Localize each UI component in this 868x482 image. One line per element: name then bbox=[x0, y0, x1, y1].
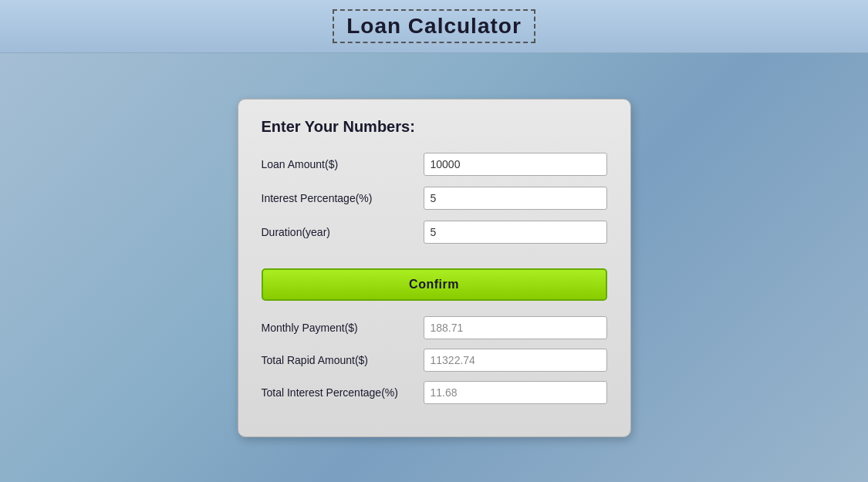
interest-row: Interest Percentage(%) bbox=[262, 187, 607, 210]
total-interest-label: Total Interest Percentage(%) bbox=[262, 386, 424, 399]
card-title: Enter Your Numbers: bbox=[262, 118, 607, 136]
main-content: Enter Your Numbers: Loan Amount($) Inter… bbox=[0, 53, 868, 482]
total-rapid-row: Total Rapid Amount($) bbox=[262, 349, 607, 372]
monthly-payment-value bbox=[424, 316, 607, 339]
app-title: Loan Calculator bbox=[333, 9, 535, 43]
duration-label: Duration(year) bbox=[262, 226, 424, 238]
interest-input[interactable] bbox=[424, 187, 607, 210]
interest-label: Interest Percentage(%) bbox=[262, 192, 424, 204]
total-rapid-value bbox=[424, 349, 607, 372]
loan-amount-input[interactable] bbox=[424, 153, 607, 176]
loan-amount-row: Loan Amount($) bbox=[262, 153, 607, 176]
duration-input[interactable] bbox=[424, 221, 607, 244]
duration-row: Duration(year) bbox=[262, 221, 607, 244]
monthly-payment-row: Monthly Payment($) bbox=[262, 316, 607, 339]
total-interest-row: Total Interest Percentage(%) bbox=[262, 381, 607, 404]
loan-amount-label: Loan Amount($) bbox=[262, 158, 424, 170]
monthly-payment-label: Monthly Payment($) bbox=[262, 322, 424, 334]
calculator-card: Enter Your Numbers: Loan Amount($) Inter… bbox=[238, 99, 631, 437]
total-interest-value bbox=[424, 381, 607, 404]
total-rapid-label: Total Rapid Amount($) bbox=[262, 354, 424, 366]
app-header: Loan Calculator bbox=[0, 0, 868, 53]
confirm-button[interactable]: Confirm bbox=[262, 268, 607, 301]
